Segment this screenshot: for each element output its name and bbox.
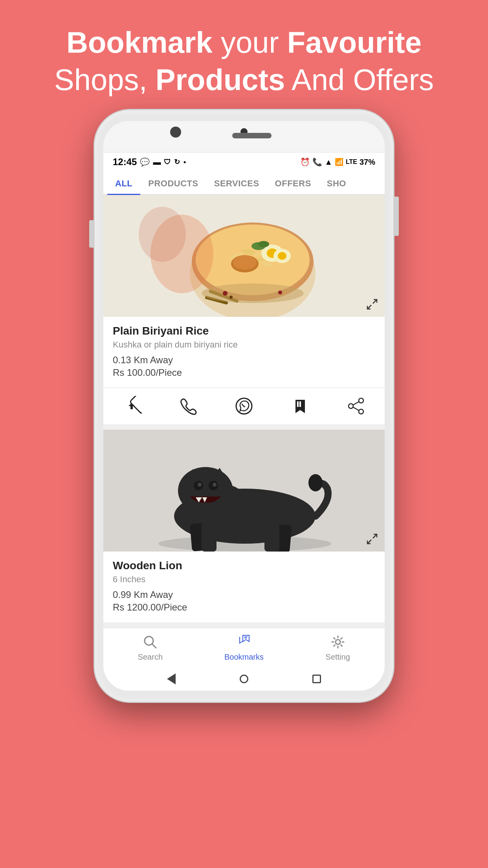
biriyani-image-svg	[103, 195, 385, 317]
svg-point-22	[202, 283, 304, 303]
tab-services[interactable]: SERVICES	[206, 171, 267, 194]
status-icon-4: ↻	[174, 158, 180, 166]
nav-search[interactable]: Search	[103, 628, 197, 667]
header-line2-suffix: And Offers	[285, 63, 434, 96]
product-actions-biriyani	[103, 394, 385, 424]
product-info-biriyani: Plain Biriyani Rice Kushka or plain dum …	[103, 317, 385, 388]
svg-line-29	[367, 305, 371, 309]
svg-line-28	[373, 300, 377, 303]
back-button[interactable]	[167, 673, 176, 684]
svg-line-39	[353, 407, 359, 410]
product-title-lion: Wooden Lion	[113, 559, 375, 572]
signal-icon: 📶	[335, 158, 343, 166]
header-word-your: your	[221, 26, 287, 59]
svg-rect-33	[297, 401, 299, 407]
phone-top-bar	[103, 121, 385, 153]
product-divider	[103, 388, 385, 388]
svg-line-38	[353, 402, 359, 405]
svg-marker-31	[128, 403, 135, 409]
product-subtitle-lion: 6 Inches	[113, 574, 375, 585]
svg-line-59	[367, 540, 371, 544]
product-image-biriyani[interactable]	[103, 195, 385, 317]
svg-point-13	[233, 256, 257, 270]
svg-point-27	[139, 207, 186, 262]
bookmark-button[interactable]	[290, 396, 310, 416]
whatsapp-status-icon: 💬	[140, 157, 150, 167]
header-line2-prefix: Shops,	[54, 63, 156, 96]
earpiece-speaker	[232, 133, 272, 138]
tab-products[interactable]: PRODUCTS	[140, 171, 206, 194]
product-price-lion: Rs 1200.00/Piece	[113, 602, 375, 613]
nav-setting-label: Setting	[326, 653, 350, 662]
content-area: Plain Biriyani Rice Kushka or plain dum …	[103, 195, 385, 628]
svg-line-61	[152, 644, 156, 648]
nav-bookmarks-label: Bookmarks	[224, 653, 264, 662]
svg-rect-46	[264, 522, 279, 552]
whatsapp-button[interactable]	[234, 396, 254, 416]
header-word-products: Products	[156, 63, 285, 96]
nav-search-label: Search	[138, 653, 163, 662]
svg-point-54	[213, 483, 216, 487]
svg-rect-45	[202, 522, 216, 552]
product-image-lion[interactable]	[103, 430, 385, 552]
lte-label: LTE	[346, 158, 357, 166]
svg-point-23	[223, 291, 227, 296]
android-nav-bar	[103, 667, 385, 691]
home-button[interactable]	[240, 675, 248, 683]
phone-button[interactable]	[178, 396, 198, 416]
status-dot: ●	[183, 159, 186, 165]
svg-point-17	[278, 252, 286, 260]
lion-image-svg	[103, 430, 385, 552]
tab-sho[interactable]: SHO	[319, 171, 354, 194]
svg-point-64	[336, 640, 340, 644]
product-card-lion: Wooden Lion 6 Inches 0.99 Km Away Rs 120…	[103, 430, 385, 622]
header-word-favourite: Favourite	[287, 26, 422, 59]
svg-point-19	[258, 241, 269, 247]
battery-level: 37%	[360, 158, 375, 167]
nav-bookmarks[interactable]: Bookmarks	[197, 628, 291, 667]
status-icon-2: ▬	[153, 158, 161, 167]
svg-point-25	[278, 291, 282, 294]
alarm-icon: ⏰	[300, 157, 310, 167]
bottom-nav: Search Bookmarks	[103, 628, 385, 667]
product-subtitle-biriyani: Kushka or plain dum biriyani rice	[113, 340, 375, 350]
header-word-bookmark: Bookmark	[66, 26, 213, 59]
product-distance-biriyani: 0.13 Km Away	[113, 355, 375, 366]
share-button[interactable]	[346, 396, 367, 416]
nav-setting[interactable]: Setting	[291, 628, 385, 667]
product-distance-lion: 0.99 Km Away	[113, 589, 375, 600]
recents-button[interactable]	[312, 675, 321, 683]
status-icon-3: 🛡	[164, 158, 171, 166]
status-bar: 12:45 💬 ▬ 🛡 ↻ ● ⏰ 📞 ▲ 📶 LTE 37%	[103, 153, 385, 171]
svg-point-37	[359, 409, 363, 414]
svg-point-57	[308, 474, 323, 491]
wifi-icon: ▲	[325, 158, 332, 167]
product-info-lion: Wooden Lion 6 Inches 0.99 Km Away Rs 120…	[103, 552, 385, 622]
tab-offers[interactable]: OFFERS	[267, 171, 319, 194]
product-price-biriyani: Rs 100.00/Piece	[113, 367, 375, 378]
status-time: 12:45	[113, 156, 137, 167]
product-card-biriyani: Plain Biriyani Rice Kushka or plain dum …	[103, 195, 385, 424]
call-icon: 📞	[312, 157, 322, 167]
svg-point-36	[349, 404, 353, 408]
svg-point-24	[229, 296, 233, 299]
header-section: Bookmark your Favourite Shops, Products …	[0, 24, 488, 98]
svg-rect-34	[299, 401, 301, 407]
front-camera	[170, 127, 181, 138]
phone-mockup: 12:45 💬 ▬ 🛡 ↻ ● ⏰ 📞 ▲ 📶 LTE 37%	[95, 110, 393, 702]
tab-bar: ALL PRODUCTS SERVICES OFFERS SHO	[103, 171, 385, 195]
svg-point-53	[198, 483, 202, 487]
product-title-biriyani: Plain Biriyani Rice	[113, 325, 375, 337]
svg-point-35	[359, 398, 363, 403]
svg-point-48	[178, 467, 233, 514]
directions-button[interactable]	[121, 396, 142, 416]
expand-icon-biriyani[interactable]	[365, 297, 379, 311]
expand-icon-lion[interactable]	[365, 532, 379, 546]
tab-all[interactable]: ALL	[107, 171, 140, 194]
svg-line-58	[373, 534, 377, 538]
